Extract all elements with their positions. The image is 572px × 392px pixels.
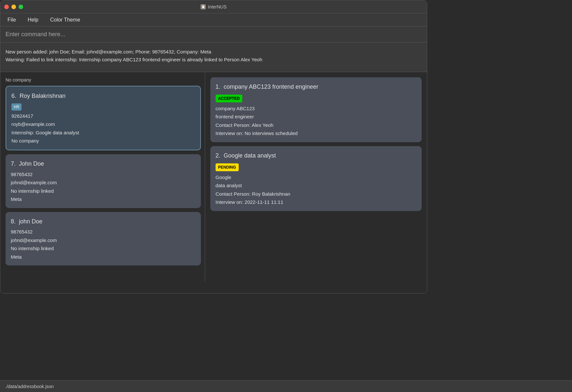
person-company-6: No company — [11, 137, 195, 145]
internship-interview-1: Interview on: No interviews scheduled — [216, 129, 416, 138]
title-bar: 📋 InterNUS — [0, 0, 427, 13]
person-phone-7: 98765432 — [11, 170, 196, 179]
person-name-8: 8. john Doe — [11, 217, 196, 227]
person-internship-7: No internship linked — [11, 187, 196, 195]
internship-company-1: company ABC123 — [216, 104, 416, 113]
person-internship-8: No internship linked — [11, 244, 196, 253]
person-card-7[interactable]: 7. John Doe 98765432 johnd@example.com N… — [6, 154, 201, 208]
internship-badge-1: ACCEPTED — [216, 95, 242, 102]
command-bar — [0, 26, 427, 43]
section-no-company: No company — [6, 77, 201, 83]
output-line-1: New person added: john Doe; Email: johnd… — [6, 48, 422, 56]
internship-card-1[interactable]: 1. company ABC123 frontend engineer ACCE… — [210, 77, 422, 142]
person-email-8: johnd@example.com — [11, 236, 196, 245]
app-icon: 📋 — [201, 4, 206, 9]
person-name-7: 7. John Doe — [11, 159, 196, 169]
person-name-6: 6. Roy Balakrishnan — [11, 91, 195, 101]
internship-title-2: 2. Google data analyst — [216, 151, 416, 161]
person-phone-6: 92624417 — [11, 112, 195, 120]
internship-badge-2: PENDING — [216, 163, 239, 171]
internship-contact-1: Contact Person: Alex Yeoh — [216, 121, 416, 129]
person-company-7: Meta — [11, 195, 196, 204]
internship-contact-2: Contact Person: Roy Balakrishnan — [216, 190, 416, 198]
window-title: 📋 InterNUS — [201, 4, 227, 9]
menu-color-theme[interactable]: Color Theme — [48, 16, 82, 24]
output-line-2: Warning: Failed to link internship: Inte… — [6, 56, 422, 64]
internship-role-1: frontend engineer — [216, 113, 416, 121]
menu-file[interactable]: File — [6, 16, 18, 24]
person-card-8[interactable]: 8. john Doe 98765432 johnd@example.com N… — [6, 212, 201, 266]
persons-panel: No company 6. Roy Balakrishnan HR 926244… — [0, 72, 205, 281]
person-email-7: johnd@example.com — [11, 178, 196, 187]
output-area: New person added: john Doe; Email: johnd… — [0, 43, 427, 72]
internship-company-2: Google — [216, 173, 416, 182]
person-company-8: Meta — [11, 253, 196, 261]
internship-role-2: data analyst — [216, 181, 416, 190]
person-internship-6: Internship: Google data analyst — [11, 128, 195, 137]
minimize-button[interactable] — [11, 5, 16, 9]
person-tag-6: HR — [11, 103, 22, 111]
person-email-6: royb@example.com — [11, 120, 195, 128]
person-card-6[interactable]: 6. Roy Balakrishnan HR 92624417 royb@exa… — [6, 86, 201, 150]
traffic-lights — [4, 5, 23, 9]
internship-title-1: 1. company ABC123 frontend engineer — [216, 82, 416, 92]
maximize-button[interactable] — [19, 5, 23, 9]
person-phone-8: 98765432 — [11, 228, 196, 236]
internship-interview-2: Interview on: 2022-11-11 11:11 — [216, 198, 416, 206]
menu-bar: File Help Color Theme — [0, 13, 427, 26]
menu-help[interactable]: Help — [26, 16, 40, 24]
internship-card-2[interactable]: 2. Google data analyst PENDING Google da… — [210, 146, 422, 211]
command-input[interactable] — [6, 31, 422, 38]
close-button[interactable] — [4, 5, 9, 9]
main-content: No company 6. Roy Balakrishnan HR 926244… — [0, 72, 427, 281]
internships-panel: 1. company ABC123 frontend engineer ACCE… — [205, 72, 427, 281]
